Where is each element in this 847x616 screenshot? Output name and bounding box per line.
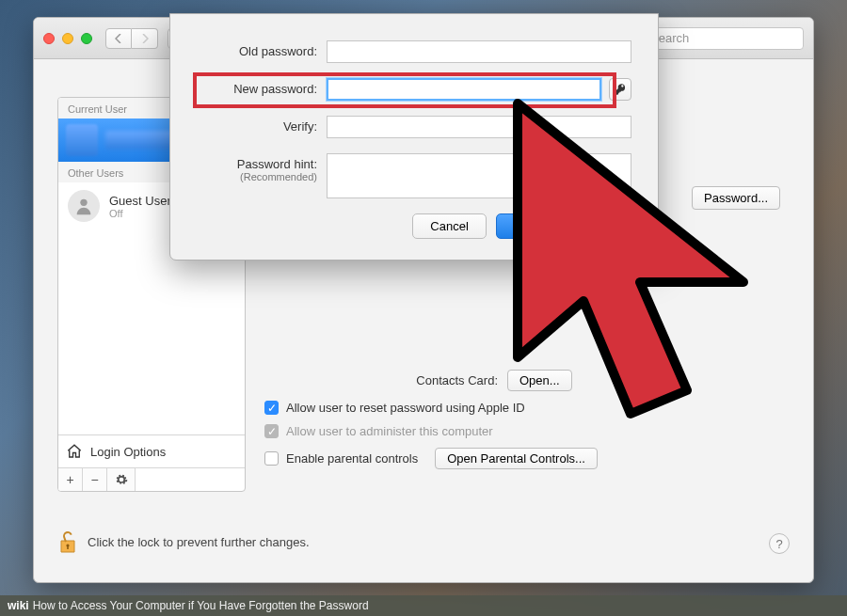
caption-bar: wiki How to Access Your Computer if You …	[0, 595, 847, 616]
old-password-field[interactable]	[327, 40, 631, 63]
svg-point-2	[80, 199, 87, 206]
open-contacts-button[interactable]: Open...	[507, 370, 572, 391]
old-password-label: Old password:	[197, 40, 327, 58]
sidebar-footer: + −	[58, 467, 245, 491]
open-parental-controls-button[interactable]: Open Parental Controls...	[435, 448, 598, 469]
minimize-icon[interactable]	[62, 33, 73, 44]
password-assistant-button[interactable]	[609, 78, 631, 101]
new-password-label: New password:	[197, 78, 327, 96]
close-icon[interactable]	[43, 33, 55, 44]
login-options-label: Login Options	[90, 445, 166, 459]
options-block: Contacts Card: Open... Allow user to res…	[264, 370, 790, 479]
zoom-icon[interactable]	[81, 33, 92, 44]
hint-label: Password hint: (Recommended)	[197, 153, 327, 182]
sidebar-actions-button[interactable]	[107, 468, 136, 491]
add-user-button[interactable]: +	[58, 468, 83, 491]
unlocked-lock-icon[interactable]	[57, 529, 78, 554]
svg-rect-4	[67, 546, 69, 549]
verify-label: Verify:	[197, 116, 327, 134]
caption-text: How to Access Your Computer if You Have …	[33, 599, 369, 612]
lock-text: Click the lock to prevent further change…	[88, 535, 310, 549]
parental-controls-checkbox[interactable]	[264, 451, 279, 466]
allow-reset-checkbox[interactable]	[264, 401, 279, 415]
help-icon: ?	[775, 537, 782, 551]
gear-icon	[115, 473, 128, 486]
parental-controls-label: Enable parental controls	[286, 451, 418, 466]
nav-buttons	[105, 28, 158, 49]
login-options-button[interactable]: Login Options	[58, 434, 245, 467]
caption-brand: wiki	[8, 599, 29, 612]
new-password-field[interactable]	[327, 78, 601, 101]
forward-button[interactable]	[132, 28, 158, 49]
change-password-submit-button[interactable]: Change Password	[496, 213, 631, 239]
key-icon	[614, 83, 627, 96]
guest-avatar-icon	[68, 190, 100, 222]
allow-reset-label: Allow user to reset password using Apple…	[286, 401, 525, 415]
contacts-card-label: Contacts Card:	[264, 373, 498, 387]
guest-status: Off	[109, 208, 171, 219]
change-password-sheet: Old password: New password: Verify: Pass…	[169, 13, 659, 261]
lock-row: Click the lock to prevent further change…	[57, 529, 790, 554]
remove-user-button[interactable]: −	[83, 468, 107, 491]
cancel-button[interactable]: Cancel	[412, 213, 486, 239]
back-button[interactable]	[105, 28, 132, 49]
verify-password-field[interactable]	[327, 116, 631, 138]
allow-admin-checkbox	[264, 424, 279, 438]
avatar	[66, 124, 98, 156]
change-password-button[interactable]: Password...	[692, 186, 780, 210]
guest-label: Guest User	[109, 194, 171, 208]
password-hint-field[interactable]	[327, 153, 631, 198]
help-button[interactable]: ?	[769, 533, 790, 554]
home-icon	[66, 443, 83, 460]
allow-admin-label: Allow user to administer this computer	[286, 424, 493, 438]
window-controls	[43, 33, 92, 44]
